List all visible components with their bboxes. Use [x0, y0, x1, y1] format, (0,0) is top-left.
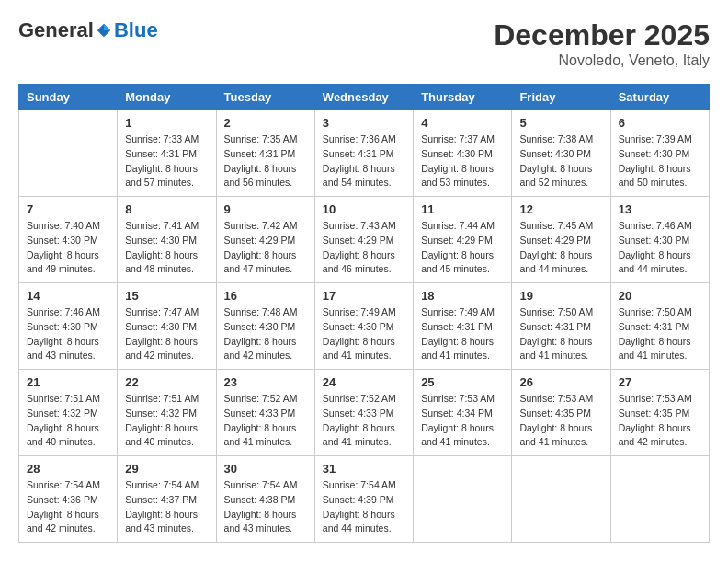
month-title: December 2025 [494, 18, 710, 52]
day-number: 31 [323, 462, 405, 476]
col-saturday: Saturday [610, 85, 709, 110]
calendar-cell: 20Sunrise: 7:50 AMSunset: 4:31 PMDayligh… [610, 283, 709, 370]
col-wednesday: Wednesday [314, 85, 413, 110]
day-number: 4 [421, 116, 504, 130]
day-info: Sunrise: 7:54 AMSunset: 4:39 PMDaylight:… [323, 478, 405, 536]
calendar-cell: 31Sunrise: 7:54 AMSunset: 4:39 PMDayligh… [314, 456, 413, 543]
day-number: 12 [519, 202, 602, 216]
day-number: 26 [519, 375, 602, 389]
day-info: Sunrise: 7:44 AMSunset: 4:29 PMDaylight:… [421, 219, 504, 277]
day-info: Sunrise: 7:45 AMSunset: 4:29 PMDaylight:… [519, 219, 602, 277]
col-monday: Monday [118, 85, 216, 110]
day-number: 9 [224, 202, 307, 216]
calendar-cell: 6Sunrise: 7:39 AMSunset: 4:30 PMDaylight… [610, 110, 709, 197]
day-info: Sunrise: 7:52 AMSunset: 4:33 PMDaylight:… [323, 392, 405, 450]
calendar-cell: 13Sunrise: 7:46 AMSunset: 4:30 PMDayligh… [610, 197, 709, 283]
day-number: 16 [224, 289, 307, 303]
day-number: 20 [619, 289, 701, 303]
calendar-cell: 1Sunrise: 7:33 AMSunset: 4:31 PMDaylight… [118, 110, 216, 197]
calendar-cell: 24Sunrise: 7:52 AMSunset: 4:33 PMDayligh… [314, 370, 413, 456]
week-row-1: 1Sunrise: 7:33 AMSunset: 4:31 PMDaylight… [19, 110, 710, 197]
day-number: 28 [27, 462, 109, 476]
day-info: Sunrise: 7:50 AMSunset: 4:31 PMDaylight:… [619, 305, 701, 363]
day-number: 7 [27, 202, 109, 216]
col-thursday: Thursday [414, 85, 512, 110]
day-info: Sunrise: 7:53 AMSunset: 4:34 PMDaylight:… [421, 392, 504, 450]
calendar-cell: 8Sunrise: 7:41 AMSunset: 4:30 PMDaylight… [118, 197, 216, 283]
calendar-table: Sunday Monday Tuesday Wednesday Thursday… [18, 84, 710, 543]
day-number: 29 [125, 462, 208, 476]
week-row-5: 28Sunrise: 7:54 AMSunset: 4:36 PMDayligh… [19, 456, 710, 543]
week-row-4: 21Sunrise: 7:51 AMSunset: 4:32 PMDayligh… [19, 370, 710, 456]
week-row-3: 14Sunrise: 7:46 AMSunset: 4:30 PMDayligh… [19, 283, 710, 370]
calendar-header-row: Sunday Monday Tuesday Wednesday Thursday… [19, 85, 710, 110]
location: Novoledo, Veneto, Italy [494, 52, 710, 69]
day-info: Sunrise: 7:39 AMSunset: 4:30 PMDaylight:… [619, 132, 701, 190]
week-row-2: 7Sunrise: 7:40 AMSunset: 4:30 PMDaylight… [19, 197, 710, 283]
logo-blue: Blue [114, 18, 158, 42]
day-info: Sunrise: 7:49 AMSunset: 4:31 PMDaylight:… [421, 305, 504, 363]
day-info: Sunrise: 7:51 AMSunset: 4:32 PMDaylight:… [125, 392, 208, 450]
day-info: Sunrise: 7:54 AMSunset: 4:37 PMDaylight:… [125, 478, 208, 536]
day-info: Sunrise: 7:46 AMSunset: 4:30 PMDaylight:… [27, 305, 109, 363]
day-info: Sunrise: 7:53 AMSunset: 4:35 PMDaylight:… [619, 392, 701, 450]
title-block: December 2025 Novoledo, Veneto, Italy [494, 18, 710, 69]
day-number: 1 [125, 116, 208, 130]
day-info: Sunrise: 7:35 AMSunset: 4:31 PMDaylight:… [224, 132, 307, 190]
calendar-cell: 10Sunrise: 7:43 AMSunset: 4:29 PMDayligh… [314, 197, 413, 283]
day-info: Sunrise: 7:42 AMSunset: 4:29 PMDaylight:… [224, 219, 307, 277]
day-number: 2 [224, 116, 307, 130]
day-info: Sunrise: 7:52 AMSunset: 4:33 PMDaylight:… [224, 392, 307, 450]
calendar-cell: 27Sunrise: 7:53 AMSunset: 4:35 PMDayligh… [610, 370, 709, 456]
logo: General Blue [18, 18, 158, 42]
day-info: Sunrise: 7:53 AMSunset: 4:35 PMDaylight:… [519, 392, 602, 450]
day-number: 19 [519, 289, 602, 303]
day-number: 6 [619, 116, 701, 130]
col-friday: Friday [512, 85, 610, 110]
day-number: 5 [519, 116, 602, 130]
calendar-cell: 26Sunrise: 7:53 AMSunset: 4:35 PMDayligh… [512, 370, 610, 456]
day-number: 25 [421, 375, 504, 389]
day-number: 3 [323, 116, 405, 130]
day-number: 11 [421, 202, 504, 216]
day-info: Sunrise: 7:41 AMSunset: 4:30 PMDaylight:… [125, 219, 208, 277]
day-info: Sunrise: 7:48 AMSunset: 4:30 PMDaylight:… [224, 305, 307, 363]
day-info: Sunrise: 7:38 AMSunset: 4:30 PMDaylight:… [519, 132, 602, 190]
calendar-cell: 28Sunrise: 7:54 AMSunset: 4:36 PMDayligh… [19, 456, 118, 543]
calendar-cell: 30Sunrise: 7:54 AMSunset: 4:38 PMDayligh… [216, 456, 314, 543]
calendar-cell [19, 110, 118, 197]
calendar-cell: 17Sunrise: 7:49 AMSunset: 4:30 PMDayligh… [314, 283, 413, 370]
day-number: 13 [619, 202, 701, 216]
day-info: Sunrise: 7:47 AMSunset: 4:30 PMDaylight:… [125, 305, 208, 363]
day-number: 14 [27, 289, 109, 303]
calendar-cell: 29Sunrise: 7:54 AMSunset: 4:37 PMDayligh… [118, 456, 216, 543]
day-info: Sunrise: 7:54 AMSunset: 4:36 PMDaylight:… [27, 478, 109, 536]
calendar-cell: 14Sunrise: 7:46 AMSunset: 4:30 PMDayligh… [19, 283, 118, 370]
calendar-cell [512, 456, 610, 543]
day-info: Sunrise: 7:43 AMSunset: 4:29 PMDaylight:… [323, 219, 405, 277]
day-number: 17 [323, 289, 405, 303]
calendar-cell [610, 456, 709, 543]
day-number: 23 [224, 375, 307, 389]
calendar-cell: 3Sunrise: 7:36 AMSunset: 4:31 PMDaylight… [314, 110, 413, 197]
day-info: Sunrise: 7:51 AMSunset: 4:32 PMDaylight:… [27, 392, 109, 450]
calendar-cell: 7Sunrise: 7:40 AMSunset: 4:30 PMDaylight… [19, 197, 118, 283]
calendar-cell: 2Sunrise: 7:35 AMSunset: 4:31 PMDaylight… [216, 110, 314, 197]
day-number: 8 [125, 202, 208, 216]
day-info: Sunrise: 7:50 AMSunset: 4:31 PMDaylight:… [519, 305, 602, 363]
page-header: General Blue December 2025 Novoledo, Ven… [18, 18, 710, 69]
col-sunday: Sunday [19, 85, 118, 110]
calendar-cell: 21Sunrise: 7:51 AMSunset: 4:32 PMDayligh… [19, 370, 118, 456]
day-info: Sunrise: 7:46 AMSunset: 4:30 PMDaylight:… [619, 219, 701, 277]
day-info: Sunrise: 7:54 AMSunset: 4:38 PMDaylight:… [224, 478, 307, 536]
calendar-cell: 18Sunrise: 7:49 AMSunset: 4:31 PMDayligh… [414, 283, 512, 370]
calendar-cell: 12Sunrise: 7:45 AMSunset: 4:29 PMDayligh… [512, 197, 610, 283]
day-number: 24 [323, 375, 405, 389]
calendar-cell: 23Sunrise: 7:52 AMSunset: 4:33 PMDayligh… [216, 370, 314, 456]
day-number: 15 [125, 289, 208, 303]
calendar-cell: 22Sunrise: 7:51 AMSunset: 4:32 PMDayligh… [118, 370, 216, 456]
day-number: 21 [27, 375, 109, 389]
logo-icon [96, 22, 112, 39]
svg-marker-1 [104, 24, 110, 30]
calendar-cell: 11Sunrise: 7:44 AMSunset: 4:29 PMDayligh… [414, 197, 512, 283]
